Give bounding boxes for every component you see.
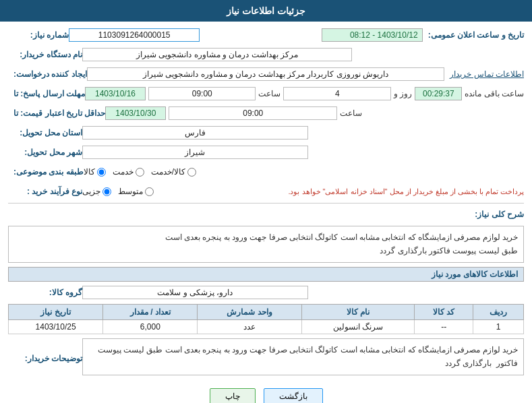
label-mohlat: مهلت ارسال پاسخ: تا	[8, 89, 85, 98]
link-tamaskhardar[interactable]: اطلاعات تماس خریدار	[450, 69, 524, 79]
label-sharh: شرح کلی نیاز:	[450, 210, 524, 219]
value-ostan: فارس	[82, 126, 308, 140]
row-mohlat: ساعت باقی مانده 00:29:37 روز و 4 ساعت 09…	[8, 86, 524, 102]
row-tabaghe: کالا/خدمت خدمت کالا طبقه بندی موضوعی:	[8, 164, 524, 180]
radio-jozii[interactable]: جزیی	[82, 187, 111, 196]
chap-button[interactable]: چاپ	[210, 388, 256, 403]
cell-tarikh: 1403/10/25	[9, 319, 103, 334]
label-ijad-konande: ایجاد کننده درخواست:	[8, 69, 87, 79]
cell-tedad: 6,000	[103, 319, 198, 334]
th-tedad: تعداد / مقدار	[103, 304, 198, 319]
row-shomare-tarikh: تاریخ و ساعت اعلان عمومی: 1403/10/12 - 0…	[8, 27, 524, 43]
radio-kala[interactable]: کالا	[84, 167, 106, 177]
label-baghimande: ساعت باقی مانده	[465, 89, 524, 98]
label-tabaghe: طبقه بندی موضوعی:	[8, 167, 84, 177]
sharh-value: خرید لوازم مصرفی ازمایشگاه که انتخابی مش…	[8, 226, 524, 263]
value-roz: 4	[283, 87, 391, 100]
divider-1	[8, 203, 524, 204]
value-tarikh: 1403/10/12 - 08:12	[322, 28, 423, 42]
th-nam-kala: نام کالا	[301, 304, 415, 319]
radio-kala-khadamat[interactable]: کالا/خدمت	[151, 167, 196, 177]
row-ostan: فارس استان محل تحویل:	[8, 125, 524, 141]
th-tarikh: تاریخ نیاز	[9, 304, 103, 319]
tavzihat-value: خرید لوازم مصرفی ازمایشگاه که انتخابی مش…	[82, 338, 524, 375]
row-ijad-konande: اطلاعات تماس خریدار داریوش نوروزی کاربرد…	[8, 66, 524, 82]
label-shomare: شماره نیاز:	[8, 30, 69, 40]
value-shahr: شیراز	[82, 146, 308, 159]
row-group-kala: دارو، پزشکی و سلامت گروه کالا:	[8, 284, 524, 301]
button-row: بازگشت چاپ	[8, 383, 524, 403]
value-pasokh-date: 1403/10/16	[85, 87, 146, 100]
radio-kala-label: کالا	[84, 167, 95, 177]
row-sharh-label: شرح کلی نیاز:	[8, 206, 524, 222]
kala-table: ردیف کد کالا نام کالا واحد شمارش تعداد /…	[8, 304, 524, 334]
value-etebar-saat: 09:00	[169, 106, 337, 120]
radio-khadamat[interactable]: خدمت	[113, 167, 144, 177]
radio-farayand: متوسط جزیی	[82, 187, 154, 196]
value-pasokh-saat: 09:00	[148, 87, 256, 100]
table-row: 1--سرنگ انسولینعدد6,0001403/10/25	[9, 319, 524, 334]
cell-namKala: سرنگ انسولین	[301, 319, 415, 334]
label-etebar: حداقل تاریخ اعتبار قیمت: تا	[8, 108, 105, 118]
radio-motevaset-label: متوسط	[118, 187, 143, 196]
radio-khadamat-label: خدمت	[113, 167, 134, 177]
label-tarikh: تاریخ و ساعت اعلان عمومی:	[423, 30, 524, 40]
radio-khadamat-input[interactable]	[136, 168, 144, 177]
radio-jozii-label: جزیی	[82, 187, 100, 196]
value-group-kala: دارو، پزشکی و سلامت	[82, 286, 308, 299]
value-ijad-konande: داریوش نوروزی کاربردار مرکز بهداشت درمان…	[87, 67, 445, 81]
cell-radif: 1	[473, 319, 524, 334]
row-nam-dastgah: مرکز بهداشت درمان و مشاوره دانشجویی شیرا…	[8, 46, 524, 63]
cell-vahed: عدد	[198, 319, 301, 334]
label-shahr: شهر محل تحویل:	[8, 148, 82, 157]
page-header: جزئیات اطلاعات نیاز	[0, 0, 532, 22]
value-baghimande: 00:29:37	[415, 87, 462, 100]
radio-jozii-input[interactable]	[102, 187, 111, 196]
radio-motevaset[interactable]: متوسط	[118, 187, 154, 196]
row-shahr: شیراز شهر محل تحویل:	[8, 144, 524, 160]
value-etebar-date: 1403/10/30	[105, 106, 166, 120]
bazgasht-button[interactable]: بازگشت	[264, 388, 323, 403]
value-shomare: 1103091264000015	[69, 28, 200, 42]
th-kod-kala: کد کالا	[415, 304, 473, 319]
radio-tabaghe: کالا/خدمت خدمت کالا	[84, 167, 196, 177]
label-tavzihat: توضیحات خریدار:	[8, 354, 82, 363]
note-khazan: پرداخت تمام با بخشی از مبلغ خریدار از مح…	[154, 187, 524, 196]
radio-motevaset-input[interactable]	[145, 187, 154, 196]
label-ostan: استان محل تحویل:	[8, 128, 82, 137]
radio-kala-khadamat-label: کالا/خدمت	[151, 167, 185, 177]
th-vahed: واحد شمارش	[198, 304, 301, 319]
radio-kala-khadamat-input[interactable]	[187, 168, 196, 177]
row-etebar: ساعت 09:00 1403/10/30 حداقل تاریخ اعتبار…	[8, 105, 524, 121]
cell-kodKala: --	[415, 319, 473, 334]
label-saat: ساعت	[258, 89, 280, 98]
label-nam-dastgah: نام دستگاه خریدار:	[8, 50, 82, 59]
label-etebar-saat: ساعت	[340, 108, 362, 118]
section-kalahai: اطلاعات کالاهای مورد نیاز	[8, 267, 524, 282]
value-nam-dastgah: مرکز بهداشت درمان و مشاوره دانشجویی شیرا…	[82, 48, 352, 61]
row-noe-farayand: پرداخت تمام با بخشی از مبلغ خریدار از مح…	[8, 183, 524, 199]
header-title: جزئیات اطلاعات نیاز	[227, 5, 305, 16]
label-group-kala: گروه کالا:	[8, 288, 82, 297]
th-radif: ردیف	[473, 304, 524, 319]
row-tavzihat-label: خرید لوازم مصرفی ازمایشگاه که انتخابی مش…	[8, 338, 524, 379]
radio-kala-input[interactable]	[97, 168, 106, 177]
label-noe-farayand: نوع فرآیند خرید :	[8, 187, 82, 196]
label-roz: روز و	[394, 89, 412, 98]
